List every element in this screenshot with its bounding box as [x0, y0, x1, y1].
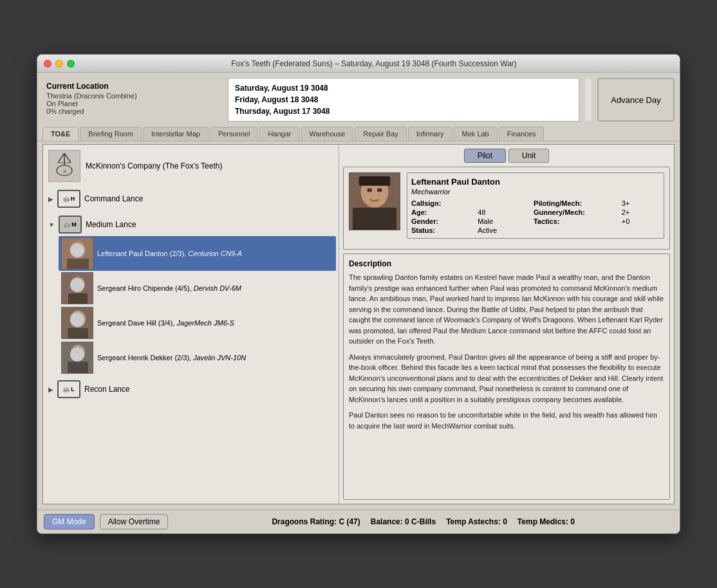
pilot-tab[interactable]: Pilot: [464, 149, 506, 163]
svg-rect-9: [67, 259, 89, 270]
unit-item[interactable]: Leftenant Paul Danton (2/3), Centurion C…: [59, 236, 336, 271]
tab-interstellar-map[interactable]: Interstellar Map: [143, 127, 209, 141]
unit-item[interactable]: Sergeant Hiro Chipende (4/5), Dervish DV…: [59, 271, 336, 306]
company-name: McKinnon's Company (The Fox's Teeth): [86, 161, 222, 170]
description-para-1: The sprawling Danton family estates on K…: [349, 272, 664, 347]
main-window: Fox's Teeth (Federated Suns) – Saturday,…: [37, 54, 680, 534]
balance-stat: Balance: 0 C-Bills: [371, 517, 436, 526]
medium-lance-units: Leftenant Paul Danton (2/3), Centurion C…: [59, 236, 336, 375]
advance-day-button[interactable]: Advance Day: [597, 78, 675, 122]
window-title: Fox's Teeth (Federated Suns) – Saturday,…: [75, 59, 673, 68]
callsign-value: [478, 199, 527, 207]
description-para-2: Always immaculately groomed, Paul Danton…: [349, 352, 664, 405]
dates-panel: Saturday, August 19 3048 Friday, August …: [228, 78, 579, 122]
pilot-avatar-1: [61, 237, 93, 270]
medium-lance-name: Medium Lance: [86, 220, 136, 229]
title-bar: Fox's Teeth (Federated Suns) – Saturday,…: [37, 55, 680, 73]
date-1[interactable]: Saturday, August 19 3048: [235, 84, 572, 93]
unit-tab[interactable]: Unit: [508, 149, 549, 163]
temp-astechs-value: 0: [503, 517, 507, 526]
svg-rect-18: [68, 362, 88, 374]
unit-item[interactable]: Sergeant Dave Hill (3/4), JagerMech JM6-…: [59, 306, 336, 340]
svg-rect-24: [359, 176, 391, 186]
allow-overtime-button[interactable]: Allow Overtime: [100, 514, 169, 529]
svg-point-14: [70, 311, 86, 327]
svg-rect-15: [68, 328, 88, 339]
tab-infirmary[interactable]: Infirmary: [408, 127, 452, 141]
top-section: Current Location Thestria (Draconis Comb…: [37, 73, 680, 127]
command-lance-arrow: ▶: [48, 196, 53, 203]
pilot-photo: [349, 172, 400, 230]
location-planet: Thestria (Draconis Combine): [46, 92, 219, 100]
close-button[interactable]: [44, 60, 51, 68]
pilot-role: Mechwarrior: [411, 188, 660, 196]
maximize-button[interactable]: [67, 60, 75, 68]
lance-medium: ▼ 🤖 M Medium Lance: [46, 213, 336, 375]
stats-grid: Callsign: Piloting/Mech: 3+ Age: 48 Gunn…: [411, 199, 660, 234]
age-label: Age:: [411, 208, 471, 216]
minimize-button[interactable]: [55, 60, 63, 68]
description-box: Description The sprawling Danton family …: [343, 253, 670, 500]
dragoons-rating-value: C (47): [339, 517, 360, 526]
dates-scrollbar[interactable]: [584, 78, 592, 122]
svg-rect-12: [68, 293, 88, 304]
recon-lance-header[interactable]: ▶ 🤖 L Recon Lance: [46, 378, 336, 401]
main-content: ⚔ McKinnon's Company (The Fox's Teeth) ▶…: [42, 144, 675, 504]
traffic-lights: [44, 60, 75, 68]
dragoons-rating-stat: Dragoons Rating: C (47): [272, 517, 360, 526]
tab-toe[interactable]: TO&E: [42, 127, 79, 141]
gender-value: Male: [478, 217, 527, 225]
temp-astechs-stat: Temp Astechs: 0: [446, 517, 507, 526]
callsign-label: Callsign:: [411, 199, 471, 207]
pilot-unit-tabs: Pilot Unit: [343, 149, 670, 163]
tab-finances[interactable]: Finances: [499, 127, 545, 141]
gm-mode-button[interactable]: GM Mode: [44, 514, 95, 529]
gunnery-label: Gunnery/Mech:: [534, 208, 615, 216]
pilot-info-panel: Leftenant Paul Danton Mechwarrior Callsi…: [343, 167, 670, 250]
tab-repair-bay[interactable]: Repair Bay: [355, 127, 406, 141]
svg-text:⚔: ⚔: [62, 169, 67, 174]
tab-briefing-room[interactable]: Briefing Room: [80, 127, 142, 141]
medium-lance-header[interactable]: ▼ 🤖 M Medium Lance: [46, 213, 336, 236]
tab-warehouse[interactable]: Warehouse: [301, 127, 354, 141]
command-lance-icon: 🤖 H: [57, 190, 80, 208]
unit-item[interactable]: Sergeant Henrik Dekker (2/3), Javelin JV…: [59, 340, 336, 375]
bottom-stats: Dragoons Rating: C (47) Balance: 0 C-Bil…: [173, 517, 673, 526]
pilot-header: Leftenant Paul Danton Mechwarrior Callsi…: [349, 172, 664, 239]
tactics-label: Tactics:: [534, 217, 615, 225]
company-logo: ⚔: [48, 150, 80, 182]
gender-label: Gender:: [411, 217, 471, 225]
svg-point-17: [71, 345, 85, 360]
pilot-name: Leftenant Paul Danton: [411, 177, 660, 187]
location-label: Current Location: [46, 82, 219, 91]
tab-mek-lab[interactable]: Mek Lab: [454, 127, 498, 141]
date-2[interactable]: Friday, August 18 3048: [235, 95, 572, 104]
dragoons-rating-label: Dragoons Rating:: [272, 517, 337, 526]
pilot-avatar-4: [61, 342, 93, 374]
description-title: Description: [349, 259, 664, 268]
date-3[interactable]: Thursday, August 17 3048: [235, 107, 572, 116]
company-header: ⚔ McKinnon's Company (The Fox's Teeth): [46, 147, 336, 185]
recon-lance-name: Recon Lance: [84, 385, 130, 394]
medium-lance-arrow: ▼: [48, 221, 55, 228]
bottom-bar: GM Mode Allow Overtime Dragoons Rating: …: [37, 510, 680, 533]
svg-point-22: [367, 188, 372, 192]
gunnery-value: 2+: [622, 208, 660, 216]
description-text: The sprawling Danton family estates on K…: [349, 272, 664, 431]
svg-rect-21: [353, 208, 396, 230]
unit-label-1: Leftenant Paul Danton (2/3), Centurion C…: [97, 250, 333, 257]
unit-label-3: Sergeant Dave Hill (3/4), JagerMech JM6-…: [97, 319, 333, 327]
tab-personnel[interactable]: Personnel: [210, 127, 259, 141]
unit-label-4: Sergeant Henrik Dekker (2/3), Javelin JV…: [97, 354, 333, 362]
temp-medics-value: 0: [570, 517, 575, 526]
location-status: On Planet: [46, 100, 219, 107]
medium-lance-icon: 🤖 M: [59, 216, 82, 234]
location-panel: Current Location Thestria (Draconis Comb…: [42, 78, 223, 122]
description-para-3: Paul Danton sees no reason to be uncomfo…: [349, 410, 664, 431]
pilot-avatar-2: [61, 272, 93, 304]
tab-hangar[interactable]: Hangar: [259, 127, 299, 141]
svg-point-11: [71, 276, 85, 293]
pilot-avatar-3: [61, 307, 93, 339]
command-lance-header[interactable]: ▶ 🤖 H Command Lance: [46, 187, 336, 210]
temp-astechs-label: Temp Astechs:: [446, 517, 501, 526]
